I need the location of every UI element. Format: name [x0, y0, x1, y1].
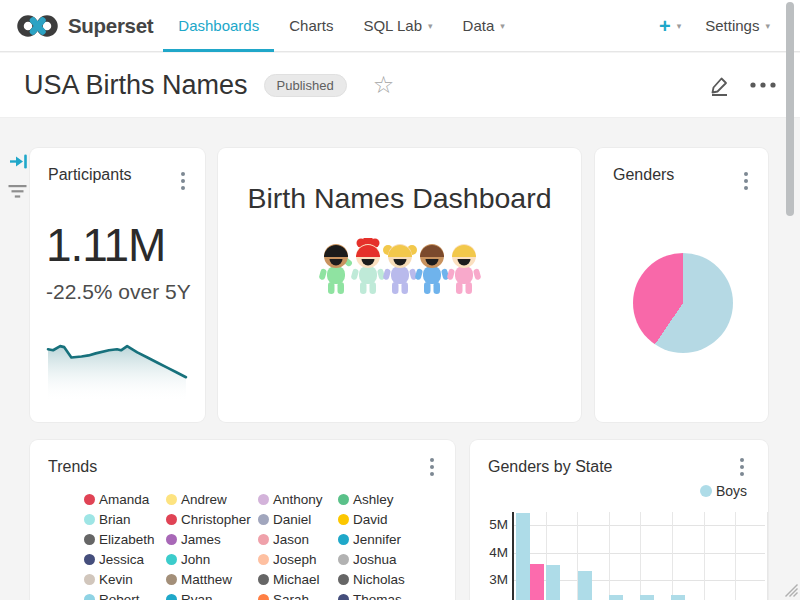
chevron-down-icon: ▾ [677, 21, 682, 31]
v-gridline [735, 512, 736, 600]
legend-item-robert[interactable]: Robert [84, 589, 166, 600]
superset-dashboard-page: Superset DashboardsChartsSQL Lab▾Data▾ +… [0, 0, 800, 600]
children-emoji-row [218, 238, 581, 295]
legend-color-dot [166, 594, 177, 600]
legend-item-joshua[interactable]: Joshua [338, 549, 424, 569]
bar-6[interactable] [640, 595, 654, 600]
nav-item-data[interactable]: Data▾ [448, 0, 520, 51]
legend-item-andrew[interactable]: Andrew [166, 489, 258, 509]
legend-label: Jessica [99, 552, 144, 567]
legend-item-kevin[interactable]: Kevin [84, 569, 166, 589]
legend-color-dot [166, 494, 177, 505]
nav-item-label: Charts [289, 17, 333, 34]
legend-item-john[interactable]: John [166, 549, 258, 569]
legend-label: Robert [99, 592, 140, 600]
legend-label: Elizabeth [99, 532, 155, 547]
legend-item-michael[interactable]: Michael [258, 569, 338, 589]
genders-pie-chart[interactable] [633, 253, 733, 353]
legend-label: Christopher [181, 512, 251, 527]
more-ellipsis-icon[interactable] [750, 82, 776, 88]
legend-item-joseph[interactable]: Joseph [258, 549, 338, 569]
bar-3[interactable] [546, 565, 560, 600]
edit-pencil-icon[interactable] [709, 75, 730, 96]
card-birth-names-dashboard: Birth Names Dashboard [218, 148, 581, 422]
legend-color-dot [84, 594, 95, 600]
legend-item-ashley[interactable]: Ashley [338, 489, 424, 509]
y-tick-3M: 3M [482, 572, 508, 588]
legend-label: Amanda [99, 492, 149, 507]
child-emoji-boy-black-hair-green [319, 238, 353, 295]
filter-list-icon[interactable] [8, 184, 27, 199]
legend-item-jessica[interactable]: Jessica [84, 549, 166, 569]
legend-color-dot [258, 514, 269, 525]
scrollbar-thumb[interactable] [786, 2, 794, 216]
top-nav: Superset DashboardsChartsSQL Lab▾Data▾ +… [0, 0, 800, 52]
nav-menu: DashboardsChartsSQL Lab▾Data▾ [163, 0, 519, 51]
legend-label: Daniel [273, 512, 311, 527]
new-item-button[interactable]: + ▾ [647, 0, 693, 51]
bar-2[interactable] [530, 564, 544, 600]
nav-item-sql-lab[interactable]: SQL Lab▾ [348, 0, 447, 51]
legend-item-jennifer[interactable]: Jennifer [338, 529, 424, 549]
legend-item-ryan[interactable]: Ryan [166, 589, 258, 600]
bar-7[interactable] [671, 595, 685, 600]
v-gridline [704, 512, 705, 600]
bar-4[interactable] [578, 571, 592, 600]
kebab-menu-icon[interactable] [181, 172, 185, 190]
resize-handle-icon[interactable] [785, 584, 798, 597]
nav-item-charts[interactable]: Charts [274, 0, 348, 51]
legend-label: James [181, 532, 221, 547]
genders-by-state-bar-chart[interactable] [512, 512, 765, 600]
card-trends: Trends AmandaAndrewAnthonyAshleyBrianChr… [30, 440, 455, 600]
legend-item-elizabeth[interactable]: Elizabeth [84, 529, 166, 549]
legend-item-nicholas[interactable]: Nicholas [338, 569, 424, 589]
card-title: Participants [48, 166, 132, 184]
kebab-menu-icon[interactable] [740, 458, 744, 476]
legend-item-christopher[interactable]: Christopher [166, 509, 258, 529]
favorite-star-icon[interactable]: ☆ [373, 73, 395, 97]
legend-item-sarah[interactable]: Sarah [258, 589, 338, 600]
big-number-value: 1.11M [46, 218, 165, 272]
legend-color-dot [166, 514, 177, 525]
published-badge[interactable]: Published [264, 74, 347, 97]
page-title: USA Births Names [24, 70, 248, 101]
chevron-down-icon: ▾ [428, 21, 433, 31]
legend-label: Joshua [353, 552, 397, 567]
bar-1[interactable] [516, 513, 530, 600]
legend-item-david[interactable]: David [338, 509, 424, 529]
legend-color-dot [258, 594, 269, 600]
legend-item-thomas[interactable]: Thomas [338, 589, 424, 600]
legend-color-dot [338, 514, 349, 525]
expand-filter-bar-icon[interactable] [9, 153, 28, 170]
legend-label: Andrew [181, 492, 227, 507]
nav-item-label: SQL Lab [363, 17, 422, 34]
v-gridline [609, 512, 610, 600]
legend-item-james[interactable]: James [166, 529, 258, 549]
legend-label: Joseph [273, 552, 317, 567]
card-participants: Participants 1.11M -22.5% over 5Y [30, 148, 205, 422]
v-gridline [640, 512, 641, 600]
nav-item-dashboards[interactable]: Dashboards [163, 0, 274, 51]
legend-color-dot [84, 534, 95, 545]
bar-5[interactable] [609, 595, 623, 600]
legend-item-brian[interactable]: Brian [84, 509, 166, 529]
kebab-menu-icon[interactable] [744, 172, 748, 190]
legend-item-daniel[interactable]: Daniel [258, 509, 338, 529]
kebab-menu-icon[interactable] [430, 458, 434, 476]
legend-color-dot [258, 494, 269, 505]
legend-label: Thomas [353, 592, 402, 600]
card-genders-by-state: Genders by State Boys 5M4M3M [470, 440, 768, 600]
brand[interactable]: Superset [0, 0, 153, 51]
legend-color-dot [338, 594, 349, 600]
legend-color-dot [258, 574, 269, 585]
legend-item-amanda[interactable]: Amanda [84, 489, 166, 509]
y-tick-4M: 4M [482, 545, 508, 561]
settings-menu[interactable]: Settings ▾ [693, 0, 782, 51]
legend-item-jason[interactable]: Jason [258, 529, 338, 549]
legend-item-matthew[interactable]: Matthew [166, 569, 258, 589]
nav-item-label: Data [463, 17, 495, 34]
y-tick-5M: 5M [482, 517, 508, 533]
legend-label: Boys [716, 483, 747, 499]
legend-item-boys[interactable]: Boys [700, 483, 747, 499]
legend-item-anthony[interactable]: Anthony [258, 489, 338, 509]
